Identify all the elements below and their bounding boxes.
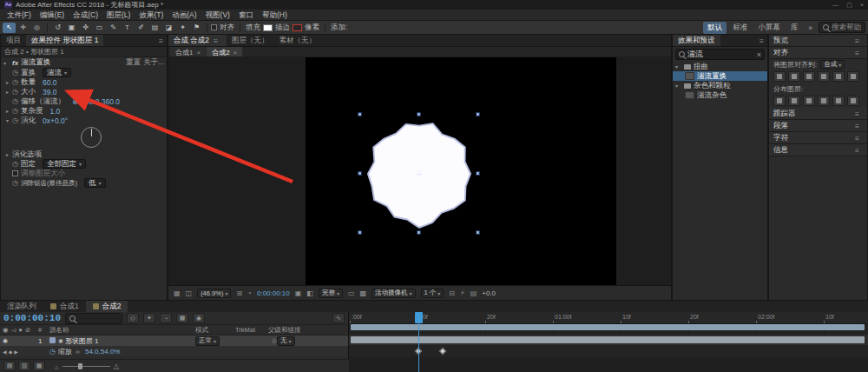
- exposure-value[interactable]: +0.0: [482, 289, 496, 297]
- motion-blur-icon[interactable]: ◉: [193, 313, 205, 323]
- stroke-label[interactable]: 描边: [275, 23, 290, 33]
- stopwatch-icon[interactable]: [12, 69, 21, 76]
- distribute-v-center-icon[interactable]: [788, 96, 800, 106]
- magnification-icon[interactable]: ◫: [186, 289, 193, 297]
- layer-row[interactable]: 1 ✱形状图层 1 正常 ◎无: [0, 335, 348, 346]
- menu-layer[interactable]: 图层(L): [102, 10, 135, 20]
- selection-handle[interactable]: [476, 230, 480, 235]
- selection-handle[interactable]: [358, 230, 362, 235]
- mask-visibility-icon[interactable]: ◔: [247, 289, 252, 297]
- twirl-down-icon[interactable]: [6, 117, 12, 123]
- amount-value[interactable]: 60.0: [43, 78, 57, 87]
- displacement-dropdown[interactable]: 湍流: [43, 68, 71, 77]
- pixel-aspect-icon[interactable]: ⊟: [449, 289, 455, 297]
- property-name[interactable]: 缩放: [58, 347, 72, 356]
- always-preview-icon[interactable]: ▦: [174, 289, 181, 297]
- close-icon[interactable]: ×: [860, 2, 864, 9]
- source-name-column-header[interactable]: 源名称: [49, 326, 195, 335]
- workspace-small-screen[interactable]: 小屏幕: [753, 22, 785, 34]
- tab-render-queue[interactable]: 渲染队列: [0, 301, 43, 312]
- close-icon[interactable]: [233, 49, 238, 56]
- align-bottom-icon[interactable]: [847, 71, 859, 82]
- align-to-dropdown[interactable]: 合成: [820, 60, 845, 70]
- panel-header-info[interactable]: 信息: [769, 144, 867, 156]
- panel-header-paragraph[interactable]: 段落: [769, 120, 867, 132]
- layer-label-color[interactable]: [49, 337, 56, 343]
- zoom-in-mountain-icon[interactable]: △: [114, 362, 119, 370]
- group-evolution-options[interactable]: 演化选项: [1, 149, 167, 159]
- selection-handle[interactable]: [476, 171, 480, 176]
- panel-menu-icon[interactable]: [855, 49, 859, 57]
- selection-handle[interactable]: [417, 230, 421, 235]
- camera-view-dropdown[interactable]: 活动摄像机: [372, 289, 416, 298]
- stopwatch-icon[interactable]: [12, 160, 21, 168]
- zoom-out-mountain-icon[interactable]: △: [55, 363, 59, 369]
- work-area-bar[interactable]: [351, 324, 865, 330]
- stopwatch-icon[interactable]: [12, 179, 21, 187]
- selection-handle[interactable]: [358, 112, 362, 116]
- clear-search-icon[interactable]: ×: [757, 50, 761, 59]
- parent-link-column-header[interactable]: 父级和链接: [268, 326, 348, 335]
- grid-guides-icon[interactable]: ⊞: [236, 289, 242, 297]
- tab-layer[interactable]: 图层（无）: [227, 35, 274, 46]
- antialiasing-dropdown[interactable]: 低: [84, 178, 106, 188]
- pinning-dropdown[interactable]: 全部固定: [43, 159, 86, 169]
- panel-menu-icon[interactable]: [855, 110, 859, 118]
- brush-tool-icon[interactable]: ✐: [135, 23, 148, 33]
- align-h-center-icon[interactable]: [788, 71, 800, 82]
- evolution-dial[interactable]: [81, 127, 102, 148]
- stopwatch-icon[interactable]: [12, 78, 21, 86]
- workspace-standard[interactable]: 标准: [728, 22, 752, 34]
- zoom-handle[interactable]: [78, 363, 82, 369]
- selection-handle[interactable]: [417, 112, 421, 116]
- workspace-libraries[interactable]: 库: [786, 22, 803, 34]
- eraser-tool-icon[interactable]: ◪: [162, 23, 175, 33]
- add-label[interactable]: 添加:: [331, 23, 347, 33]
- preset-category[interactable]: 扭曲: [673, 62, 767, 71]
- panel-header-character[interactable]: 字符: [769, 132, 867, 144]
- add-keyframe-icon[interactable]: ◆: [9, 349, 13, 355]
- scale-value[interactable]: 54.0,54.0%: [85, 348, 120, 355]
- tab-effects-presets[interactable]: 效果和预设: [673, 35, 720, 46]
- about-link[interactable]: 关于...: [143, 57, 164, 68]
- selection-tool-icon[interactable]: ↖: [3, 23, 16, 33]
- fill-label[interactable]: 填充: [246, 23, 260, 33]
- panel-menu-icon[interactable]: [855, 122, 859, 130]
- keyframe-diamond[interactable]: [439, 348, 446, 355]
- panel-menu-icon[interactable]: [214, 37, 218, 45]
- roto-brush-tool-icon[interactable]: ✦: [176, 23, 189, 33]
- tab-composition[interactable]: 合成 合成2: [168, 35, 227, 46]
- expand-transfer-controls-icon[interactable]: ▥: [18, 361, 30, 371]
- camera-tool-icon[interactable]: ▣: [65, 23, 78, 33]
- twirl-down-icon[interactable]: [675, 83, 681, 89]
- expand-in-out-icon[interactable]: ▦: [33, 361, 45, 371]
- twirl-right-icon[interactable]: [6, 151, 12, 157]
- channels-icon[interactable]: ◧: [306, 289, 313, 297]
- align-v-center-icon[interactable]: [832, 71, 845, 82]
- fast-preview-icon[interactable]: ⚡: [460, 289, 465, 297]
- stopwatch-icon[interactable]: [12, 116, 21, 124]
- expand-layer-switches-icon[interactable]: ▤: [3, 361, 16, 371]
- constrain-link-icon[interactable]: ∞: [76, 349, 80, 355]
- minimize-icon[interactable]: —: [832, 2, 838, 9]
- prev-keyframe-icon[interactable]: ◀: [3, 349, 7, 355]
- snapshot-icon[interactable]: ▣: [295, 289, 302, 297]
- zoom-track[interactable]: [62, 366, 110, 367]
- rotation-tool-icon[interactable]: ↺: [51, 23, 64, 33]
- panel-menu-icon[interactable]: [855, 134, 859, 143]
- panel-menu-icon[interactable]: [855, 37, 859, 45]
- twirl-right-icon[interactable]: [6, 108, 12, 114]
- stopwatch-active-icon[interactable]: [49, 348, 58, 355]
- pen-tool-icon[interactable]: ✎: [107, 23, 120, 33]
- type-tool-icon[interactable]: T: [121, 23, 134, 33]
- twirl-down-icon[interactable]: [675, 63, 681, 70]
- comp-mini-flowchart-icon[interactable]: ◇: [127, 313, 139, 323]
- hand-tool-icon[interactable]: ✛: [16, 23, 30, 33]
- panel-menu-icon[interactable]: [855, 146, 859, 155]
- stopwatch-icon[interactable]: [12, 97, 21, 105]
- stopwatch-icon[interactable]: [12, 107, 21, 115]
- parent-dropdown[interactable]: 无: [277, 336, 295, 346]
- workspace-overflow-icon[interactable]: »: [804, 23, 817, 33]
- preset-category[interactable]: 杂色和颗粒: [673, 81, 767, 90]
- layer-duration-bar[interactable]: [351, 336, 865, 343]
